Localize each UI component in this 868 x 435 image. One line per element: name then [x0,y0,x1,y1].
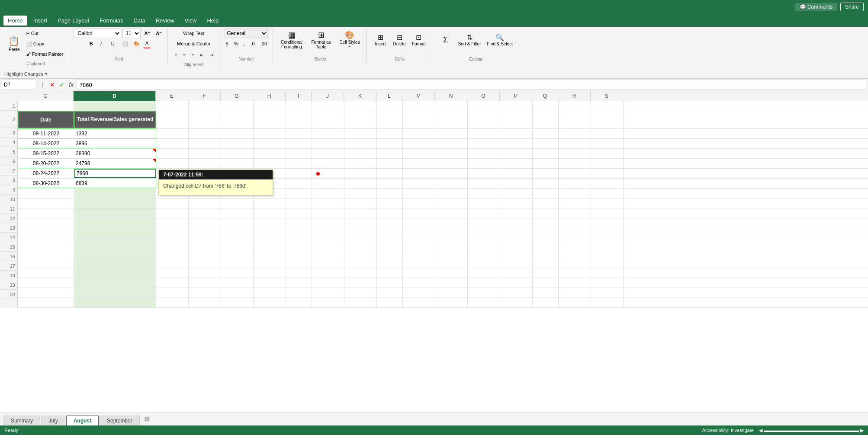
accounting-format-button[interactable]: $ [224,39,231,48]
number-format-select[interactable]: General [225,29,268,38]
cell-m1[interactable] [403,101,435,111]
sheet-tab-august[interactable]: August [66,416,99,425]
cell-s13[interactable] [591,228,624,238]
cell-l3[interactable] [377,129,403,138]
menu-formulas[interactable]: Formulas [95,16,127,26]
share-button[interactable]: Share [840,3,864,11]
cell-d17[interactable] [74,268,156,278]
col-header-e[interactable]: E [156,91,188,101]
cancel-icon[interactable]: ✕ [48,81,56,88]
cell-r10[interactable] [559,198,591,208]
cell-e1[interactable] [156,101,189,111]
cell-f4[interactable] [189,139,221,148]
cell-e15[interactable] [156,248,189,258]
cell-s8[interactable] [591,179,624,188]
cell-j17[interactable] [312,268,344,278]
align-right-button[interactable]: ≡ [189,50,196,60]
menu-help[interactable]: Help [203,16,223,26]
cell-s20[interactable] [591,298,624,307]
col-header-k[interactable]: K [344,91,376,101]
cell-d13[interactable] [74,228,156,238]
cell-j14[interactable] [312,238,344,248]
cell-c18[interactable] [18,278,74,288]
cell-r1[interactable] [559,101,591,111]
cell-f5[interactable] [189,149,221,158]
cell-n17[interactable] [435,268,468,278]
fill-color-button[interactable]: 🎨 [132,39,142,48]
cell-k18[interactable] [344,278,377,288]
menu-review[interactable]: Review [151,16,179,26]
font-color-button[interactable]: A [143,39,151,48]
cell-i8[interactable] [286,179,312,188]
cell-n2[interactable] [435,111,468,128]
cell-h20[interactable] [254,298,286,307]
cell-c3[interactable]: 08-11-2022 [18,129,74,138]
cell-f20[interactable] [189,298,221,307]
cell-m3[interactable] [403,129,435,138]
cell-k2[interactable] [344,111,377,128]
cell-o15[interactable] [468,248,500,258]
cell-e4[interactable] [156,139,189,148]
cell-i13[interactable] [286,228,312,238]
cell-p11[interactable] [500,208,533,218]
cell-l1[interactable] [377,101,403,111]
cell-h19[interactable] [254,288,286,297]
cell-q8[interactable] [533,179,559,188]
cell-m11[interactable] [403,208,435,218]
cell-g3[interactable] [221,129,254,138]
cell-s16[interactable] [591,258,624,268]
cell-n18[interactable] [435,278,468,288]
cell-d11[interactable] [74,208,156,218]
cell-r13[interactable] [559,228,591,238]
cell-r7[interactable] [559,169,591,178]
cell-q4[interactable] [533,139,559,148]
col-header-c[interactable]: C [17,91,74,101]
cell-p2[interactable] [500,111,533,128]
cell-h13[interactable] [254,228,286,238]
cell-j16[interactable] [312,258,344,268]
cell-h1[interactable] [254,101,286,111]
cell-j9[interactable] [312,189,344,198]
cell-o6[interactable] [468,159,500,168]
cell-d12[interactable] [74,218,156,228]
cell-s7[interactable] [591,169,624,178]
cell-f10[interactable] [189,198,221,208]
cell-k13[interactable] [344,228,377,238]
cell-k8[interactable] [344,179,377,188]
cell-c4[interactable]: 08-14-2022 [18,139,74,148]
col-header-n[interactable]: N [435,91,467,101]
cell-g6[interactable] [221,159,254,168]
cell-g15[interactable] [221,248,254,258]
cell-f3[interactable] [189,129,221,138]
cell-q5[interactable] [533,149,559,158]
cell-c12[interactable] [18,218,74,228]
cell-i19[interactable] [286,288,312,297]
col-header-l[interactable]: L [376,91,402,101]
cell-k20[interactable] [344,298,377,307]
cell-i12[interactable] [286,218,312,228]
cell-c10[interactable] [18,198,74,208]
cell-i14[interactable] [286,238,312,248]
cell-d5[interactable]: 28390 [74,149,156,158]
cell-h4[interactable] [254,139,286,148]
cell-i1[interactable] [286,101,312,111]
cell-h5[interactable] [254,149,286,158]
cell-s6[interactable] [591,159,624,168]
cell-i6[interactable] [286,159,312,168]
cell-o11[interactable] [468,208,500,218]
cell-o3[interactable] [468,129,500,138]
cell-g4[interactable] [221,139,254,148]
cell-r2[interactable] [559,111,591,128]
cell-r6[interactable] [559,159,591,168]
cell-d15[interactable] [74,248,156,258]
cell-s17[interactable] [591,268,624,278]
cell-j10[interactable] [312,198,344,208]
bold-button[interactable]: B [87,39,97,48]
cell-o12[interactable] [468,218,500,228]
col-header-r[interactable]: R [558,91,591,101]
sheet-tab-july[interactable]: July [41,416,65,425]
cell-g5[interactable] [221,149,254,158]
cell-n15[interactable] [435,248,468,258]
cell-c19[interactable] [18,288,74,297]
cell-l9[interactable] [377,189,403,198]
